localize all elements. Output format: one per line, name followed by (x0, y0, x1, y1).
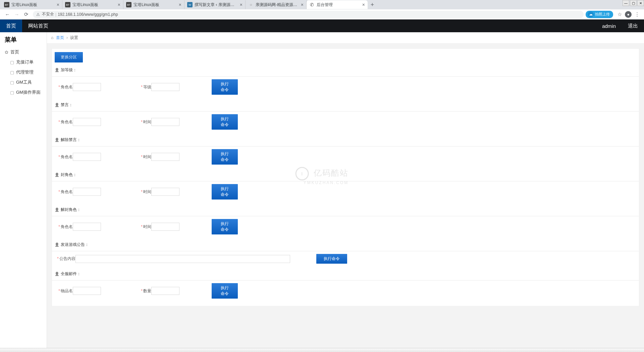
execute-button[interactable]: 执行命令 (212, 283, 238, 299)
new-tab-button[interactable]: + (368, 0, 377, 9)
form-row: *角色名 *时间 执行命令 (52, 111, 639, 132)
nav-home[interactable]: 首页 (0, 19, 22, 32)
section-title-unmute: 解除禁言： (55, 132, 639, 146)
form-row: *角色名 *时间 执行命令 (52, 181, 639, 202)
sidebar-item-gmui[interactable]: ▢ GM操作界面 (0, 87, 47, 97)
kebab-menu-icon[interactable]: ⋮ (633, 10, 641, 19)
favicon-bt: BT (65, 2, 70, 7)
gear-icon: ✿ (5, 50, 8, 55)
home-icon: ⌂ (51, 35, 53, 40)
execute-button[interactable]: 执行命令 (212, 114, 238, 130)
execute-button[interactable]: 执行命令 (316, 254, 347, 264)
role-name-input[interactable] (73, 188, 101, 196)
favicon-wp: W (187, 2, 193, 7)
time-input[interactable] (151, 153, 179, 161)
sidebar-item-label: GM工具 (16, 79, 32, 85)
content-wrap: ⌂ 首页 › 设置 更换分区 加等级： *角色名 *等级 执行命令 禁言： *角… (47, 32, 644, 348)
execute-button[interactable]: 执行命令 (212, 219, 238, 234)
close-icon[interactable]: × (301, 2, 304, 7)
execute-button[interactable]: 执行命令 (212, 79, 238, 95)
close-icon[interactable]: × (240, 2, 243, 7)
section-title-announce: 发送游戏公告： (55, 237, 639, 251)
sidebar-item-agent[interactable]: ▢ 代理管理 (0, 67, 47, 77)
extension-upload-pill[interactable]: ☁ 拍照上传 (586, 11, 613, 18)
favicon-circle: ○ (248, 2, 254, 7)
close-icon[interactable]: × (118, 2, 120, 7)
sidebar-root-home[interactable]: ✿ 首页 (0, 47, 47, 57)
time-input[interactable] (151, 223, 179, 231)
forward-button[interactable]: → (12, 10, 21, 19)
back-button[interactable]: ← (3, 10, 12, 19)
nav-user[interactable]: admin (596, 23, 622, 29)
role-name-input[interactable] (73, 223, 101, 231)
minimize-button[interactable]: — (623, 0, 629, 6)
document-icon: ▢ (10, 80, 14, 85)
announce-content-input[interactable] (75, 255, 290, 263)
cloud-icon: ☁ (588, 11, 594, 17)
sidebar-item-label: GM操作界面 (16, 89, 41, 95)
bookmark-star-icon[interactable]: ☆ (615, 10, 624, 19)
form-row: *角色名 *时间 执行命令 (52, 216, 639, 237)
close-window-button[interactable]: ✕ (637, 0, 644, 6)
favicon-phone-icon: ✆ (309, 2, 315, 7)
favicon-bt: BT (4, 2, 9, 7)
browser-tab-1[interactable]: BT 宝塔Linux面板 × (62, 0, 123, 9)
reload-button[interactable]: ⟳ (21, 10, 31, 19)
swap-zone-button[interactable]: 更换分区 (55, 52, 83, 62)
form-row: *物品名 *数量 执行命令 (52, 280, 639, 301)
sidebar-item-gmtool[interactable]: ▢ GM工具 (0, 77, 47, 87)
role-name-input[interactable] (73, 153, 101, 161)
sidebar-title: 菜单 (0, 32, 47, 47)
form-row: *角色名 *等级 执行命令 (52, 76, 639, 97)
breadcrumb-home-link[interactable]: 首页 (56, 35, 64, 40)
insecure-icon: ⚠ (36, 12, 40, 17)
tab-title: 撰写新文章 ‹ 亲测源码网 — Wo… (195, 2, 238, 8)
level-input[interactable] (151, 83, 179, 91)
time-input[interactable] (151, 118, 179, 126)
browser-tab-0[interactable]: BT 宝塔Linux面板 × (1, 0, 62, 9)
close-icon[interactable]: × (362, 2, 365, 7)
section-title-mail: 全服邮件： (55, 266, 639, 280)
document-icon: ▢ (10, 70, 14, 75)
browser-tab-5[interactable]: ✆ 后台管理 × (307, 0, 368, 9)
field-label: 角色名 (61, 120, 73, 124)
time-input[interactable] (151, 188, 179, 196)
role-name-input[interactable] (73, 83, 101, 91)
section-title-mute: 禁言： (55, 97, 639, 111)
sidebar: 菜单 ✿ 首页 ▢ 充值订单 ▢ 代理管理 ▢ GM工具 ▢ GM操作界面 (0, 32, 47, 348)
browser-tab-2[interactable]: BT 宝塔Linux面板 × (123, 0, 184, 9)
close-icon[interactable]: × (179, 2, 181, 7)
field-label: 时间 (143, 155, 151, 159)
field-label: 时间 (143, 120, 151, 124)
sidebar-item-label: 代理管理 (16, 69, 34, 75)
role-name-input[interactable] (73, 118, 101, 126)
field-label: 角色名 (61, 224, 73, 229)
profile-avatar[interactable]: ● (624, 10, 633, 19)
close-icon[interactable]: × (57, 2, 59, 7)
quantity-input[interactable] (151, 287, 179, 295)
document-icon: ▢ (10, 60, 14, 65)
window-controls: — ▢ ✕ (622, 0, 644, 6)
field-label: 公告内容 (59, 256, 75, 261)
maximize-button[interactable]: ▢ (630, 0, 637, 6)
favicon-bt: BT (126, 2, 131, 7)
item-name-input[interactable] (73, 287, 101, 295)
nav-site-home[interactable]: 网站首页 (22, 19, 54, 32)
browser-tab-3[interactable]: W 撰写新文章 ‹ 亲测源码网 — Wo… × (184, 0, 246, 9)
sidebar-item-recharge[interactable]: ▢ 充值订单 (0, 57, 47, 67)
form-row-announce: *公告内容 执行命令 (52, 251, 639, 266)
field-label: 物品名 (61, 289, 73, 293)
url-input[interactable]: ⚠ 不安全 | 192.168.1.106/www/ggg/gm1.php (33, 11, 584, 18)
field-label: 角色名 (61, 189, 73, 194)
breadcrumb-current: 设置 (70, 35, 78, 40)
section-title-level: 加等级： (55, 62, 639, 76)
nav-logout[interactable]: 退出 (622, 23, 644, 29)
section-title-ban: 封角色： (55, 167, 639, 181)
address-bar: ← → ⟳ ⚠ 不安全 | 192.168.1.106/www/ggg/gm1.… (0, 9, 644, 19)
execute-button[interactable]: 执行命令 (212, 184, 238, 200)
field-label: 角色名 (61, 155, 73, 159)
field-label: 数量 (143, 289, 151, 293)
sidebar-item-label: 充值订单 (16, 59, 34, 65)
browser-tab-4[interactable]: ○ 亲测源码网-精品资源站长亲测 × (246, 0, 307, 9)
execute-button[interactable]: 执行命令 (212, 149, 238, 165)
